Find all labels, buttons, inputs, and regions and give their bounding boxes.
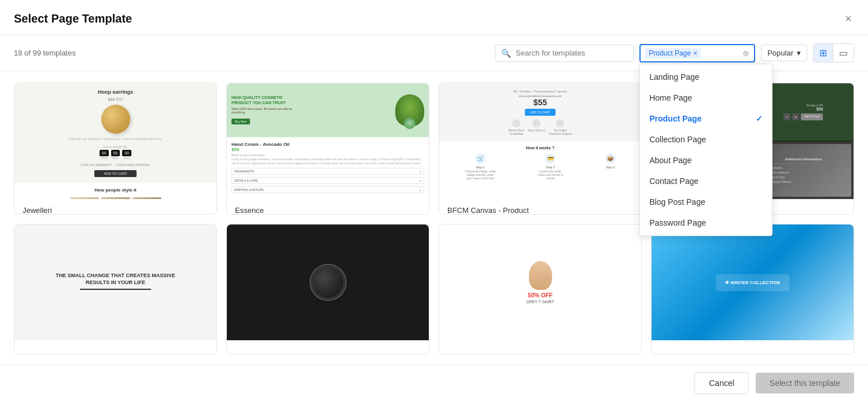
dropdown-item-password[interactable]: Password Page xyxy=(640,212,772,233)
template-preview-bfcm: Mr. Smitten - Personalized Canvas 24 x 1… xyxy=(439,83,641,199)
template-name-essence: Essence xyxy=(227,199,429,215)
page-type-dropdown: Landing Page Home Page Product Page ✓ Co… xyxy=(639,64,773,236)
essence-title: HIGH QUALITY COSMETICPRODUCT YOU CAN TRU… xyxy=(231,95,391,105)
template-name-life xyxy=(14,340,216,354)
life-preview-content: THE SMALL CHANGE THAT CREATES MASSIVERES… xyxy=(14,225,216,340)
filter-box-wrapper: Product Page × ⊗ Landing Page Home Page xyxy=(639,44,755,62)
dropdown-item-blog[interactable]: Blog Post Page xyxy=(640,192,772,212)
template-name-model xyxy=(439,340,641,354)
template-preview-camera xyxy=(227,225,429,340)
check-icon: ✓ xyxy=(756,114,763,123)
grid-view-button[interactable]: ⊞ xyxy=(814,44,833,62)
jewelleri-bottom: How people style it xyxy=(14,183,216,199)
sort-label: Popular xyxy=(767,49,793,57)
template-card-essence[interactable]: HIGH QUALITY COSMETICPRODUCT YOU CAN TRU… xyxy=(226,83,429,215)
template-card-camera[interactable] xyxy=(226,224,429,355)
template-card-model[interactable]: 50% OFF GREY T-SHIRT xyxy=(439,224,642,355)
jewelleri-top: Hoop earrings $30 $30 Add this set and a… xyxy=(14,83,216,183)
template-name-winter xyxy=(652,340,854,354)
essence-accordion-3: SHIPPING & RETURN+ xyxy=(231,186,424,193)
dropdown-item-product[interactable]: Product Page ✓ xyxy=(640,108,772,129)
dropdown-item-label: Product Page xyxy=(649,114,701,123)
select-template-button[interactable]: Select this template xyxy=(756,373,854,393)
essence-product-title: Hand Cream - Avocado Oil xyxy=(231,142,424,147)
dropdown-item-label: Collection Page xyxy=(649,135,706,144)
filter-tag-label: Product Page xyxy=(649,49,691,57)
filter-input[interactable] xyxy=(704,49,739,57)
essence-text: HIGH QUALITY COSMETICPRODUCT YOU CAN TRU… xyxy=(231,95,391,125)
model-face-image xyxy=(529,261,552,290)
cancel-button[interactable]: Cancel xyxy=(694,372,749,394)
template-card-bfcm[interactable]: Mr. Smitten - Personalized Canvas 24 x 1… xyxy=(439,83,642,215)
togepi-plus-btn: + xyxy=(792,113,799,120)
sort-dropdown[interactable]: Popular ▾ xyxy=(761,45,807,61)
grid-icon: ⊞ xyxy=(819,48,827,58)
essence-product-desc: Better product informationUsing product … xyxy=(231,153,424,165)
bfcm-how-title: How it works ? xyxy=(444,146,637,150)
bfcm-guarantee-icon: Money Back Guarantee xyxy=(508,119,524,135)
search-icon: 🔍 xyxy=(501,49,511,58)
bfcm-steps: 🛒 Step 1 Choose the fridge, enterbadge n… xyxy=(444,153,637,180)
life-subtitle-line xyxy=(80,289,152,290)
essence-accordion-1: INGREDIENTS+ xyxy=(231,168,424,175)
bfcm-step1-icon: 🛒 xyxy=(475,153,486,164)
dropdown-item-home[interactable]: Home Page xyxy=(640,87,772,108)
template-card-jewelleri[interactable]: Hoop earrings $30 $30 Add this set and a… xyxy=(14,83,217,215)
filter-clear-icon[interactable]: ⊗ xyxy=(742,49,749,58)
toolbar-right: 🔍 Product Page × ⊗ Landing Page xyxy=(495,43,854,62)
template-card-winter[interactable]: ❄ WINTER COLLECTION xyxy=(651,224,854,355)
bfcm-returns-icon: Easy Returns xyxy=(528,119,545,135)
dropdown-item-label: Landing Page xyxy=(649,72,699,82)
dropdown-item-contact[interactable]: Contact Page xyxy=(640,171,772,192)
template-preview-jewelleri: Hoop earrings $30 $30 Add this set and a… xyxy=(14,83,216,199)
modal: Select Page Template × 18 of 99 template… xyxy=(0,0,868,401)
dropdown-item-label: Contact Page xyxy=(649,176,698,186)
togepi-product-price: $50 xyxy=(784,107,823,111)
camera-preview-content xyxy=(227,225,429,340)
filter-tag: Product Page × xyxy=(645,48,701,58)
life-title: THE SMALL CHANGE THAT CREATES MASSIVERES… xyxy=(56,273,175,286)
essence-product-price: $50 xyxy=(231,147,424,152)
earring-image xyxy=(101,105,130,134)
close-button[interactable]: × xyxy=(843,10,854,27)
bfcm-step3-icon: 📦 xyxy=(605,153,616,164)
dropdown-item-label: Password Page xyxy=(649,218,706,227)
essence-product-info: Hand Cream - Avocado Oil $50 Better prod… xyxy=(227,137,429,199)
dropdown-item-collection[interactable]: Collection Page xyxy=(640,129,772,150)
search-input[interactable] xyxy=(516,49,627,57)
modal-title: Select Page Template xyxy=(14,12,132,25)
togepi-qty-controls: − + Add To Cart xyxy=(784,113,823,120)
dropdown-item-landing[interactable]: Landing Page xyxy=(640,67,772,87)
bfcm-step2-icon: 💳 xyxy=(545,153,556,164)
model-sale-content: 50% OFF GREY T-SHIRT xyxy=(526,261,554,304)
essence-product-image xyxy=(395,94,424,126)
template-preview-life: THE SMALL CHANGE THAT CREATES MASSIVERES… xyxy=(14,225,216,340)
template-preview-essence: HIGH QUALITY COSMETICPRODUCT YOU CAN TRU… xyxy=(227,83,429,199)
view-toggle: ⊞ ▭ xyxy=(813,43,854,62)
dropdown-item-about[interactable]: About Page xyxy=(640,150,772,171)
sort-chevron-icon: ▾ xyxy=(797,49,801,57)
togepi-add-btn: Add To Cart xyxy=(801,113,823,120)
single-view-button[interactable]: ▭ xyxy=(833,44,854,62)
bfcm-preview-content: Mr. Smitten - Personalized Canvas 24 x 1… xyxy=(439,83,641,199)
template-count: 18 of 99 templates xyxy=(14,49,76,57)
filter-tag-close-icon[interactable]: × xyxy=(693,49,697,57)
template-name-bfcm: BFCM Canvas - Product xyxy=(439,199,641,215)
filter-box[interactable]: Product Page × ⊗ xyxy=(639,44,755,62)
bfcm-support-icon: Top Rated Customer Support xyxy=(549,119,572,135)
modal-footer: Cancel Select this template xyxy=(0,365,868,401)
essence-cta-btn: Buy Now xyxy=(231,119,250,124)
winter-overlay: ❄ WINTER COLLECTION xyxy=(716,274,789,291)
dropdown-item-label: Home Page xyxy=(649,93,692,102)
winter-preview-content: ❄ WINTER COLLECTION xyxy=(652,225,854,340)
bfcm-bottom: How it works ? 🛒 Step 1 Choose the fridg… xyxy=(439,141,641,199)
camera-lens-image xyxy=(311,265,345,300)
bfcm-step-3: 📦 Step 3 xyxy=(605,153,616,180)
template-preview-winter: ❄ WINTER COLLECTION xyxy=(652,225,854,340)
search-box: 🔍 xyxy=(495,45,634,62)
togepi-product-info: Product 05 $50 − + Add To Cart xyxy=(784,104,823,120)
modal-header: Select Page Template × xyxy=(0,0,868,35)
toolbar: 18 of 99 templates 🔍 Product Page × ⊗ xyxy=(0,35,868,71)
dropdown-item-label: About Page xyxy=(649,156,692,165)
template-card-life[interactable]: THE SMALL CHANGE THAT CREATES MASSIVERES… xyxy=(14,224,217,355)
